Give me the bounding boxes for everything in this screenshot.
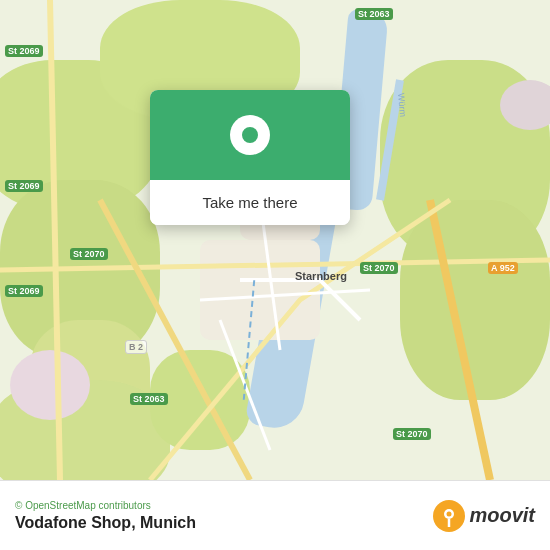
river-label: Würm bbox=[396, 93, 408, 118]
location-card: Take me there bbox=[150, 90, 350, 225]
road-label-st2069-lower: St 2069 bbox=[5, 285, 43, 297]
road-label-st2069: St 2069 bbox=[5, 45, 43, 57]
road-label-st2063-low: St 2063 bbox=[130, 393, 168, 405]
road-label-st2069-mid: St 2069 bbox=[5, 180, 43, 192]
moovit-icon bbox=[433, 500, 465, 532]
map-view: St 2069 St 2063 St 2069 St 2069 St 2070 … bbox=[0, 0, 550, 480]
road-label-b2: B 2 bbox=[125, 340, 147, 354]
moovit-logo: moovit bbox=[433, 500, 535, 532]
osm-credit: © OpenStreetMap contributors bbox=[15, 500, 151, 511]
road-label-st2070-right: St 2070 bbox=[393, 428, 431, 440]
road-label-st2070-left: St 2070 bbox=[70, 248, 108, 260]
road-label-a952: A 952 bbox=[488, 262, 518, 274]
attribution-text: © OpenStreetMap contributors bbox=[15, 500, 196, 511]
take-me-there-button[interactable]: Take me there bbox=[150, 180, 350, 225]
place-name: Vodafone Shop, Munich bbox=[15, 514, 196, 532]
bottom-bar: © OpenStreetMap contributors Vodafone Sh… bbox=[0, 480, 550, 550]
place-info: © OpenStreetMap contributors Vodafone Sh… bbox=[15, 500, 196, 532]
moovit-text: moovit bbox=[469, 504, 535, 527]
card-icon-area bbox=[150, 90, 350, 180]
road-label-st2070-mid: St 2070 bbox=[360, 262, 398, 274]
road-label-st2063-top: St 2063 bbox=[355, 8, 393, 20]
svg-point-1 bbox=[447, 511, 452, 516]
road-network bbox=[0, 0, 550, 480]
town-label-starnberg: Starnberg bbox=[295, 270, 347, 282]
location-pin-icon bbox=[230, 115, 270, 155]
